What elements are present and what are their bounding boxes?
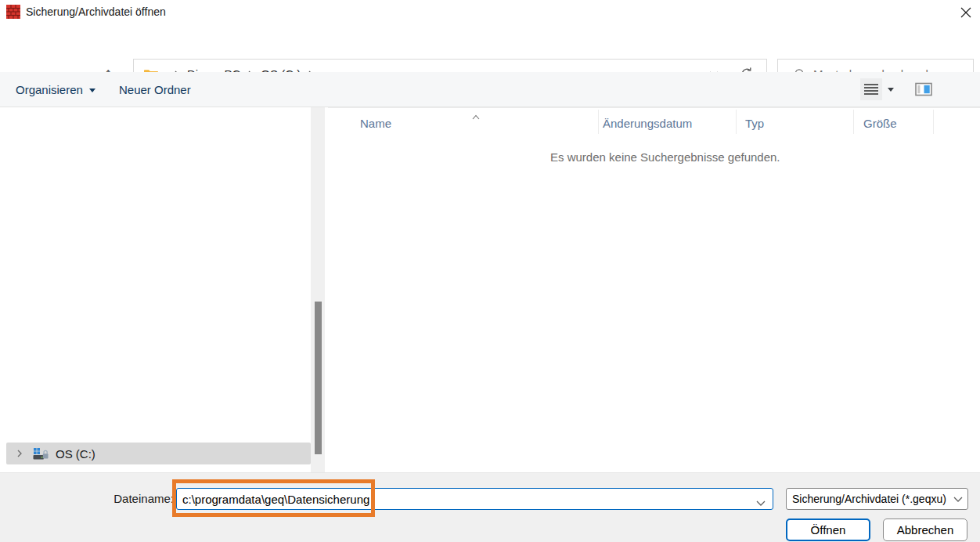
- filetype-chevron-icon: [953, 496, 964, 503]
- open-button-label: Öffnen: [811, 523, 846, 537]
- details-view-icon[interactable]: [860, 78, 882, 100]
- filename-history-chevron-icon[interactable]: [755, 496, 766, 509]
- preview-pane-icon[interactable]: [913, 78, 935, 100]
- column-divider[interactable]: [853, 110, 854, 134]
- chevron-down-icon: [888, 88, 894, 92]
- file-open-dialog: Sicherung/Archivdatei öffnen ← → ↑: [0, 0, 980, 542]
- file-list-pane: Name Änderungsdatum Typ Größe Es wurden …: [328, 107, 980, 472]
- close-icon[interactable]: [960, 6, 972, 19]
- tree-item-label: OS (C:): [56, 447, 95, 461]
- sidebar-scrollbar-thumb[interactable]: [315, 302, 322, 454]
- view-options-chevron-icon[interactable]: [884, 78, 898, 100]
- filename-input[interactable]: [176, 488, 773, 510]
- column-divider[interactable]: [736, 110, 737, 134]
- new-folder-label: Neuer Ordner: [119, 83, 191, 96]
- organize-button[interactable]: Organisieren: [16, 72, 95, 107]
- column-divider[interactable]: [933, 110, 934, 134]
- folder-tree-pane: OS (C:): [0, 107, 311, 472]
- cancel-button[interactable]: Abbrechen: [883, 519, 967, 541]
- column-header-type[interactable]: Typ: [745, 117, 764, 130]
- navigation-bar: ← → ↑ Dieser PC OS (C:): [0, 23, 980, 72]
- column-header-size[interactable]: Größe: [863, 117, 897, 130]
- title-bar: Sicherung/Archivdatei öffnen: [0, 0, 980, 23]
- column-header-name[interactable]: Name: [360, 117, 391, 130]
- empty-results-message: Es wurden keine Suchergebnisse gefunden.: [550, 150, 780, 164]
- command-toolbar: Organisieren Neuer Ordner ?: [0, 72, 980, 107]
- dialog-footer: Dateiname: Sicherung/Archivdatei (*.geqx…: [0, 472, 980, 542]
- tree-expander-chevron-icon[interactable]: [16, 449, 23, 458]
- filetype-select[interactable]: Sicherung/Archivdatei (*.geqxu): [786, 488, 968, 510]
- new-folder-button[interactable]: Neuer Ordner: [119, 72, 191, 107]
- organize-label: Organisieren: [16, 83, 83, 96]
- open-button[interactable]: Öffnen: [786, 519, 870, 541]
- tree-item-os-c[interactable]: OS (C:): [6, 443, 311, 464]
- drive-icon: [33, 447, 49, 461]
- sort-ascending-icon: [471, 109, 481, 122]
- column-divider[interactable]: [598, 110, 599, 134]
- cancel-button-label: Abbrechen: [897, 523, 954, 537]
- window-title: Sicherung/Archivdatei öffnen: [26, 5, 166, 18]
- chevron-down-icon: [89, 89, 95, 92]
- filename-label: Dateiname:: [0, 488, 174, 510]
- sidebar-scrollbar[interactable]: [311, 107, 325, 472]
- app-brick-icon: [6, 5, 20, 19]
- filetype-selected-value: Sicherung/Archivdatei (*.geqxu): [792, 493, 953, 505]
- column-header-date[interactable]: Änderungsdatum: [603, 117, 692, 130]
